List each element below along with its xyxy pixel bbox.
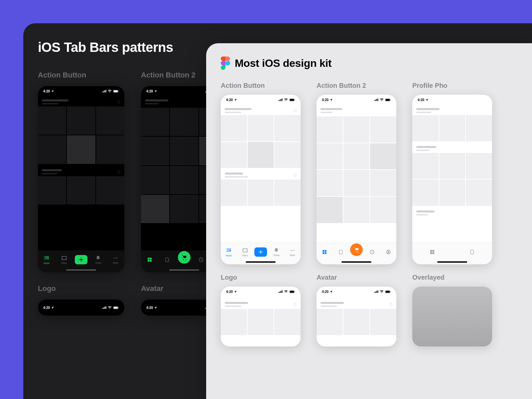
svg-rect-80 [323,252,324,254]
phone-light-profile: 4:20 [412,95,492,264]
circle-indicator [294,109,297,112]
svg-rect-8 [44,258,48,258]
svg-rect-47 [280,99,280,101]
svg-rect-51 [290,99,294,101]
dark-label-logo: Logo [38,284,124,293]
battery-icon [113,90,119,93]
tab-clock[interactable] [365,249,379,255]
wifi-icon [108,90,112,92]
svg-rect-60 [246,251,247,252]
svg-rect-55 [226,251,229,252]
tab-music[interactable]: Music [40,255,53,264]
svg-rect-58 [243,251,244,252]
signal-icon [278,290,283,293]
tab-tones[interactable]: Tones [270,248,283,256]
tab-grid[interactable] [426,249,439,255]
svg-rect-59 [246,249,247,250]
tab-music[interactable]: Music [222,247,235,257]
clock-icon [199,257,204,262]
svg-rect-70 [295,291,295,292]
tab-films[interactable]: Films [58,255,71,264]
svg-rect-67 [282,290,283,293]
tab-document[interactable] [466,249,479,255]
light-label-overlayed: Overlayed [412,274,492,281]
wifi-icon [284,98,288,101]
tab-films[interactable]: Films [238,247,252,257]
light-panel-title: Most iOS design kit [235,57,332,69]
location-icon [330,98,332,101]
svg-rect-77 [391,99,391,100]
svg-rect-78 [323,250,324,252]
tab-action-button[interactable] [254,247,267,257]
plus-icon [78,257,84,262]
circle-indicator [294,174,297,177]
signal-icon [102,306,106,309]
circle-indicator [389,303,392,306]
light-label-action-button-2: Action Button 2 [317,82,396,89]
tab-bar: Music Films Tones More [38,250,124,272]
light-col-profile-photo: Profile Pho 4:20 [412,82,492,346]
svg-point-84 [388,251,389,252]
films-icon [61,255,67,261]
tab-document[interactable] [334,249,347,255]
phone-light-action-button: 4:20 [221,95,301,264]
wifi-icon [108,306,112,309]
svg-rect-52 [295,99,295,100]
cart-icon [353,247,359,253]
home-indicator[interactable] [341,261,371,263]
tab-profile[interactable] [382,249,395,255]
grid-icon [147,257,152,262]
home-indicator[interactable] [437,261,467,263]
status-bar: 4:20 [412,95,492,105]
tab-label: Tones [273,254,280,256]
status-time: 4:20 [322,290,329,294]
status-time: 4:20 [43,306,50,310]
films-icon [242,247,248,253]
tab-grid[interactable] [143,257,156,262]
svg-rect-35 [150,260,152,262]
profile-icon [386,249,391,255]
home-indicator[interactable] [169,269,199,271]
tab-document[interactable] [161,257,174,262]
signal-icon [374,98,378,101]
light-col-action-button-2: Action Button 2 4:20 [317,82,396,346]
tab-tones[interactable]: Tones [91,255,105,264]
svg-rect-76 [385,99,390,101]
svg-rect-72 [375,99,376,101]
tab-grid[interactable] [318,249,331,255]
circle-indicator [117,170,120,173]
svg-point-16 [115,258,116,259]
light-panel: Most iOS design kit Action Button 4:20 [206,43,532,399]
svg-rect-73 [376,99,377,101]
tab-label: Tones [95,262,101,264]
tab-label: Films [242,254,248,257]
tab-bar [412,242,492,264]
svg-rect-20 [104,307,105,309]
circle-indicator [294,303,297,306]
svg-rect-64 [279,292,279,293]
figma-logo-icon [221,57,230,70]
svg-rect-66 [281,291,281,293]
tab-label: Music [226,254,232,257]
status-time: 4:20 [322,98,329,102]
svg-rect-34 [148,260,149,262]
svg-rect-79 [325,250,327,252]
wifi-icon [284,290,288,293]
light-label-profile: Profile Pho [412,82,492,89]
light-col-action-button: Action Button 4:20 [221,82,301,346]
tab-more[interactable]: More [109,255,122,264]
plus-icon [258,249,263,255]
tab-cart-action[interactable] [350,243,363,256]
status-time: 4:20 [226,290,233,294]
tab-more[interactable]: More [286,248,299,256]
location-icon [51,306,54,309]
svg-rect-91 [391,291,391,292]
tab-cart-action[interactable] [178,251,191,264]
svg-rect-5 [113,90,118,92]
svg-rect-87 [376,291,377,293]
tab-action-button[interactable] [75,255,87,264]
svg-rect-33 [150,258,152,259]
tab-bar: Music Films Tones More [221,242,301,264]
home-indicator[interactable] [66,269,96,271]
home-indicator[interactable] [246,261,276,263]
